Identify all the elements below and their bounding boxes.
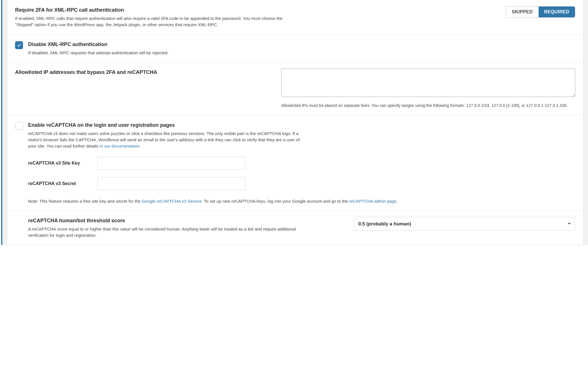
recaptcha-enable-title: Enable reCAPTCHA on the login and user r…	[28, 121, 575, 129]
secret-row: reCAPTCHA v3 Secret	[28, 177, 575, 190]
xmlrpc-2fa-skipped-option[interactable]: SKIPPED	[506, 7, 539, 17]
recaptcha-enable-desc: reCAPTCHA v3 does not make users solve p…	[28, 130, 306, 149]
require-2fa-xmlrpc-section: Require 2FA for XML-RPC call authenticat…	[7, 0, 583, 34]
threshold-title: reCAPTCHA human/bot threshold score	[28, 217, 345, 224]
recaptcha-admin-link[interactable]: reCAPTCHA admin page	[349, 199, 397, 204]
recaptcha-docs-link[interactable]: in our documentation	[100, 144, 139, 148]
disable-xmlrpc-checkbox[interactable]	[15, 41, 23, 49]
site-key-row: reCAPTCHA v3 Site Key	[28, 157, 575, 170]
recaptcha-enable-section: Enable reCAPTCHA on the login and user r…	[7, 115, 583, 210]
disable-xmlrpc-desc: If disabled, XML-RPC requests that attem…	[28, 50, 306, 56]
allowlist-hint: Allowlisted IPs must be placed on separa…	[281, 103, 575, 109]
threshold-desc: A reCAPTCHA score equal to or higher tha…	[28, 226, 306, 238]
threshold-select-wrap: 0.5 (probably a human)	[354, 217, 575, 231]
allowlist-section: Allowlisted IP addresses that bypass 2FA…	[7, 62, 583, 115]
require-2fa-xmlrpc-title: Require 2FA for XML-RPC call authenticat…	[15, 6, 501, 14]
allowlist-title: Allowlisted IP addresses that bypass 2FA…	[15, 69, 273, 76]
recaptcha-enable-checkbox[interactable]	[15, 122, 23, 130]
xmlrpc-2fa-toggle[interactable]: SKIPPED REQUIRED	[506, 6, 575, 18]
allowlist-textarea[interactable]	[281, 69, 575, 97]
require-2fa-xmlrpc-desc: If enabled, XML-RPC calls that require a…	[15, 15, 293, 28]
recaptcha-service-link[interactable]: Google reCAPTCHA v3 Service	[142, 199, 202, 204]
disable-xmlrpc-section: Disable XML-RPC authentication If disabl…	[7, 34, 583, 62]
disable-xmlrpc-title: Disable XML-RPC authentication	[28, 41, 575, 48]
recaptcha-note: Note: This feature requires a free site …	[28, 198, 575, 204]
xmlrpc-2fa-required-option[interactable]: REQUIRED	[539, 7, 575, 17]
secret-label: reCAPTCHA v3 Secret	[28, 180, 91, 187]
secret-input[interactable]	[97, 177, 245, 190]
site-key-label: reCAPTCHA v3 Site Key	[28, 160, 91, 166]
site-key-input[interactable]	[97, 157, 245, 170]
threshold-select[interactable]: 0.5 (probably a human)	[354, 217, 575, 231]
check-icon	[17, 43, 21, 47]
threshold-section: reCAPTCHA human/bot threshold score A re…	[7, 210, 583, 245]
